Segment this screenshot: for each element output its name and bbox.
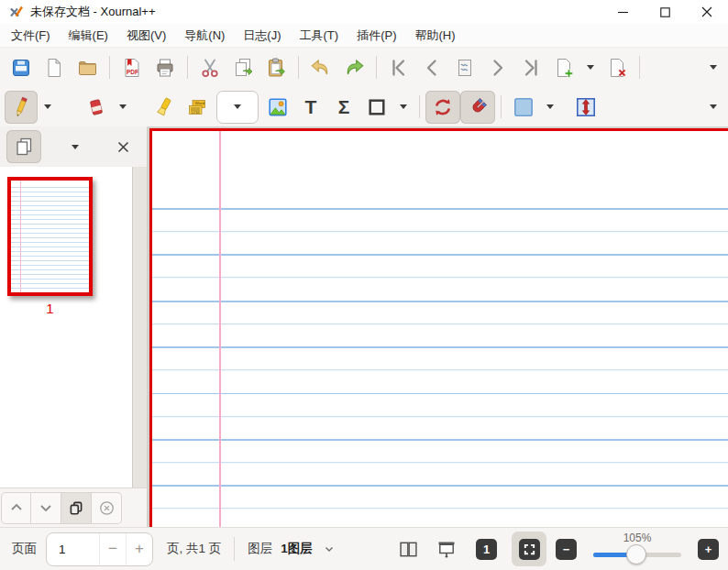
vertical-space-tool-button[interactable] <box>569 91 602 124</box>
document-page[interactable] <box>149 128 728 527</box>
fit-page-icon <box>523 543 536 556</box>
minimize-button[interactable] <box>601 0 644 24</box>
previous-page-button[interactable] <box>415 51 448 84</box>
last-page-button[interactable] <box>514 51 547 84</box>
delete-page-sidebar-button[interactable] <box>92 492 122 524</box>
close-icon <box>117 141 129 153</box>
move-page-down-button[interactable] <box>31 492 61 524</box>
menu-help[interactable]: 帮助(H) <box>405 25 464 47</box>
insert-image-button[interactable] <box>261 91 294 124</box>
close-icon <box>701 6 712 17</box>
annotated-page-icon <box>454 57 476 79</box>
new-document-button[interactable] <box>38 51 71 84</box>
eraser-options-dropdown[interactable] <box>113 91 133 124</box>
new-page-dropdown[interactable] <box>580 51 601 84</box>
color-swatch-icon <box>513 96 535 118</box>
separator <box>234 537 235 561</box>
sidebar-tab-dropdown[interactable] <box>58 130 93 163</box>
rotation-snapping-button[interactable] <box>425 91 460 124</box>
menu-view[interactable]: 视图(V) <box>117 25 175 47</box>
copy-page-button[interactable] <box>61 492 92 524</box>
page-thumbnail-1[interactable] <box>7 177 93 296</box>
move-page-up-button[interactable] <box>1 492 31 524</box>
cut-button[interactable] <box>193 51 226 84</box>
menu-plugins[interactable]: 插件(P) <box>347 25 405 47</box>
titlebar: 未保存文档 - Xournal++ <box>0 0 728 24</box>
chevron-down-icon <box>546 104 554 109</box>
copy-button[interactable] <box>226 51 259 84</box>
delete-page-button[interactable] <box>601 51 634 84</box>
svg-text:Word: Word <box>195 101 205 105</box>
thumbnail-panel: 1 <box>0 167 133 488</box>
math-tex-button[interactable]: Σ <box>327 91 360 124</box>
text-tool-button[interactable]: T <box>294 91 327 124</box>
chevron-up-icon <box>9 500 24 515</box>
pen-tool-button[interactable] <box>5 91 38 124</box>
redo-button[interactable] <box>337 51 370 84</box>
shape-recognizer-button[interactable] <box>360 91 393 124</box>
undo-button[interactable] <box>304 51 337 84</box>
presentation-mode-button[interactable] <box>430 532 463 565</box>
sidebar-tab-page-preview[interactable] <box>6 130 41 163</box>
maximize-button[interactable] <box>644 0 686 24</box>
fill-color-button[interactable] <box>507 91 540 124</box>
highlighter-icon <box>153 96 175 118</box>
new-page-button[interactable] <box>547 51 580 84</box>
zoom-fit-button[interactable] <box>512 532 546 566</box>
pages-stack-icon <box>13 136 35 158</box>
pen-options-dropdown[interactable] <box>38 91 58 124</box>
maximize-icon <box>660 7 670 17</box>
menu-journal[interactable]: 日志(J) <box>234 25 290 47</box>
image-icon <box>267 96 289 118</box>
page-increment-button[interactable]: + <box>126 533 152 565</box>
dual-page-view-button[interactable] <box>392 532 425 565</box>
next-page-button[interactable] <box>481 51 514 84</box>
next-annotated-page-button[interactable] <box>448 51 481 84</box>
previous-page-icon <box>421 57 443 79</box>
highlighter-tool-button[interactable] <box>148 91 181 124</box>
svg-text:PDF: PDF <box>127 69 138 75</box>
save-icon <box>10 57 32 79</box>
save-button[interactable] <box>5 51 38 84</box>
toolbar-overflow-dropdown[interactable] <box>703 91 723 124</box>
page-spinner-value[interactable]: 1 <box>47 533 99 565</box>
zoom-slider-track[interactable] <box>593 553 681 557</box>
layer-selector-value[interactable]: 1图层 <box>281 541 313 557</box>
zoom-out-button[interactable]: − <box>556 539 577 560</box>
rectangle-shape-icon <box>366 96 388 118</box>
eraser-tool-button[interactable] <box>80 91 113 124</box>
zoom-100-button[interactable]: 1 <box>476 539 497 560</box>
first-page-button[interactable] <box>382 51 415 84</box>
sidebar-close-button[interactable] <box>105 130 140 163</box>
toolbar-overflow-dropdown[interactable] <box>703 51 723 84</box>
export-pdf-button[interactable]: PDF <box>116 51 149 84</box>
shape-options-dropdown[interactable] <box>393 91 414 124</box>
page-decrement-button[interactable]: − <box>99 533 126 565</box>
grid-snapping-button[interactable] <box>460 91 495 124</box>
svg-text:1234: 1234 <box>191 109 200 114</box>
minimize-icon <box>618 7 628 17</box>
sidebar-scrollbar-track[interactable] <box>133 167 147 488</box>
chevron-down-icon <box>710 65 717 70</box>
chevron-down-icon <box>400 104 407 109</box>
menu-edit[interactable]: 编辑(E) <box>60 25 117 47</box>
menu-tools[interactable]: 工具(T) <box>291 25 348 47</box>
close-button[interactable] <box>686 0 728 24</box>
zoom-slider-thumb[interactable] <box>626 544 646 565</box>
print-button[interactable] <box>149 51 182 84</box>
page-spinner: 1 − + <box>46 532 153 566</box>
redo-icon <box>342 56 366 80</box>
select-text-tool-button[interactable]: Word 1234 <box>181 91 214 124</box>
dual-page-icon <box>398 539 419 560</box>
fill-color-dropdown[interactable] <box>540 91 560 124</box>
open-button[interactable] <box>71 51 104 84</box>
thumbnail-ruling <box>11 187 89 289</box>
chevron-down-icon[interactable] <box>325 546 334 553</box>
menu-file[interactable]: 文件(F) <box>2 25 60 47</box>
paste-button[interactable] <box>259 51 292 84</box>
zoom-in-button[interactable]: + <box>698 539 719 560</box>
menu-navigate[interactable]: 导航(N) <box>175 25 234 47</box>
tool-selector-dropdown[interactable] <box>216 91 259 124</box>
chevron-down-icon <box>44 104 51 109</box>
zoom-slider[interactable]: 105% <box>593 528 681 570</box>
